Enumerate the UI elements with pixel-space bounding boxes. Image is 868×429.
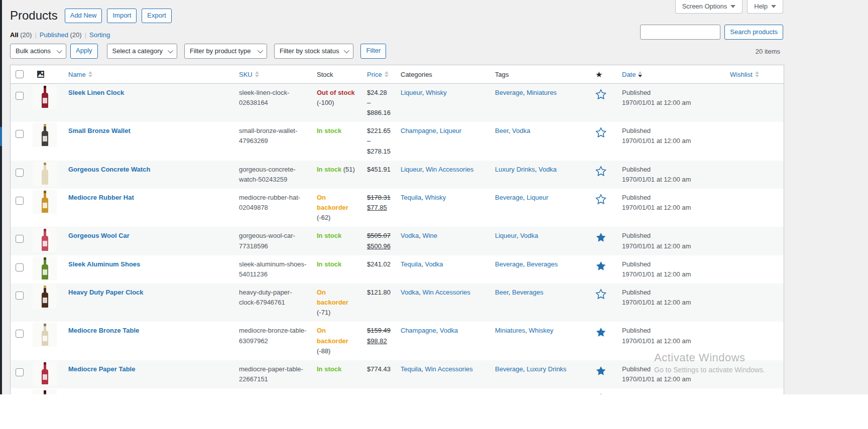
sort-by-wishlist[interactable]: Wishlist [730, 71, 759, 78]
row-select-checkbox[interactable] [16, 330, 24, 338]
product-name-link[interactable]: Gorgeous Concrete Watch [68, 166, 150, 173]
row-select-checkbox[interactable] [16, 92, 24, 100]
product-name-link[interactable]: Sleek Aluminum Shoes [68, 260, 140, 268]
product-name-link[interactable]: Sleek Linen Clock [68, 89, 124, 96]
filter-button[interactable]: Filter [360, 44, 386, 59]
screen-options-button[interactable]: Screen Options [675, 0, 743, 14]
term-link[interactable]: Whisky [425, 194, 446, 201]
featured-toggle-star-icon[interactable] [595, 232, 606, 243]
row-select-checkbox[interactable] [16, 235, 24, 243]
subset-published[interactable]: Published (20) [40, 31, 82, 39]
sort-by-name[interactable]: Name [68, 71, 92, 78]
term-link[interactable]: Beverage [495, 89, 523, 96]
featured-toggle-star-icon[interactable] [595, 166, 606, 177]
wine-bottle-image [42, 324, 48, 346]
term-link[interactable]: Liqueur [495, 232, 517, 239]
term-link[interactable]: Miniatures [527, 89, 557, 96]
row-select-checkbox[interactable] [16, 368, 24, 376]
term-link[interactable]: Beverages [527, 260, 558, 268]
featured-toggle-star-icon[interactable] [595, 327, 606, 338]
wishlist-cell [725, 255, 784, 283]
post-date: 1970/01/01 at 12:00 am [622, 241, 720, 251]
subset-all[interactable]: All (20) [10, 31, 32, 39]
term-link[interactable]: Vodka [440, 327, 458, 334]
product-name-link[interactable]: Gorgeous Wool Car [68, 232, 130, 239]
bulk-actions-select[interactable]: Bulk actions [10, 44, 66, 59]
sort-by-date[interactable]: Date [622, 71, 642, 78]
term-link[interactable]: Vodka [520, 232, 538, 239]
term-link[interactable]: Wine [422, 232, 437, 239]
term-link[interactable]: Beverage [495, 260, 523, 268]
featured-toggle-star-icon[interactable] [595, 127, 606, 138]
term-link[interactable]: Liqueur [401, 89, 422, 96]
post-date: 1970/01/01 at 12:00 am [622, 203, 720, 213]
search-input[interactable] [640, 25, 720, 40]
product-tags: Beer, Beverages [490, 283, 590, 322]
product-price: $24.28 – $886.16 [362, 84, 396, 122]
term-link[interactable]: Vodka [512, 127, 530, 134]
product-name-link[interactable]: Mediocre Paper Table [68, 365, 135, 373]
term-link[interactable]: Luxury Drinks [495, 166, 535, 173]
term-link[interactable]: Vodka [401, 289, 419, 296]
product-type-filter-select[interactable]: Filter by product type [184, 44, 267, 59]
search-area: Search products [640, 25, 783, 40]
term-link[interactable]: Beverage [495, 365, 523, 373]
term-link[interactable]: Champagne [401, 127, 436, 134]
term-link[interactable]: Liqueur [401, 166, 422, 173]
row-select-checkbox[interactable] [16, 197, 24, 205]
featured-toggle-star-icon[interactable] [595, 289, 606, 300]
term-link[interactable]: Whisky [426, 89, 447, 96]
apply-button[interactable]: Apply [70, 44, 98, 59]
term-link[interactable]: Whiskey [529, 327, 553, 334]
featured-toggle-star-icon[interactable] [595, 365, 606, 376]
product-name-link[interactable]: Mediocre Rubber Hat [68, 194, 134, 201]
term-link[interactable]: Vodka [539, 166, 557, 173]
product-categories: Tequila, Vodka [396, 255, 490, 283]
featured-toggle-star-icon[interactable] [595, 194, 606, 205]
select-all-checkbox[interactable] [16, 70, 24, 78]
post-status: Published [622, 364, 720, 374]
term-link[interactable]: Miniatures [495, 327, 525, 334]
term-link[interactable]: Win Accessories [425, 365, 472, 373]
term-link[interactable]: Tequila [401, 365, 421, 373]
import-button[interactable]: Import [107, 9, 137, 23]
product-name-link[interactable]: Heavy Duty Paper Clock [68, 289, 144, 296]
row-select-checkbox[interactable] [16, 263, 24, 271]
featured-toggle-star-icon[interactable] [595, 89, 606, 100]
row-select-checkbox[interactable] [16, 130, 24, 138]
row-select-checkbox[interactable] [16, 169, 24, 177]
add-new-button[interactable]: Add New [65, 9, 102, 23]
table-body: Sleek Linen Clock sleek-linen-clock-0263… [11, 84, 784, 429]
term-link[interactable]: Champagne [401, 327, 436, 334]
product-name-link[interactable]: Mediocre Bronze Table [68, 327, 139, 334]
term-link[interactable]: Win Accessories [422, 289, 470, 296]
search-products-button[interactable]: Search products [724, 25, 783, 40]
term-link[interactable]: Beer [495, 127, 509, 134]
product-price: $221.65 – $278.15 [362, 122, 396, 160]
sort-arrows-icon [755, 71, 759, 77]
term-link[interactable]: Vodka [401, 232, 419, 239]
row-select-checkbox[interactable] [16, 292, 24, 300]
term-link[interactable]: Vodka [425, 260, 443, 268]
term-link[interactable]: Liqueur [527, 194, 548, 201]
wine-bottle-image [42, 362, 48, 384]
term-link[interactable]: Beverage [495, 194, 523, 201]
term-link[interactable]: Liqueur [440, 127, 461, 134]
export-button[interactable]: Export [142, 9, 172, 23]
featured-toggle-star-icon[interactable] [595, 260, 606, 271]
term-link[interactable]: Tequila [401, 194, 421, 201]
product-sku: small-bronze-wallet-47963269 [239, 127, 297, 145]
help-label: Help [754, 3, 768, 10]
term-link[interactable]: Win Accessories [426, 166, 473, 173]
category-filter-select[interactable]: Select a category [107, 44, 177, 59]
help-button[interactable]: Help [747, 0, 783, 14]
stock-status-filter-select[interactable]: Filter by stock status [274, 44, 353, 59]
term-link[interactable]: Beverages [512, 289, 543, 296]
term-link[interactable]: Tequila [401, 260, 421, 268]
term-link[interactable]: Beer [495, 289, 509, 296]
sort-by-price[interactable]: Price [367, 71, 389, 78]
subset-sorting[interactable]: Sorting [89, 31, 110, 39]
product-name-link[interactable]: Small Bronze Wallet [68, 127, 131, 134]
term-link[interactable]: Luxury Drinks [527, 365, 566, 373]
sort-by-sku[interactable]: SKU [239, 71, 259, 78]
